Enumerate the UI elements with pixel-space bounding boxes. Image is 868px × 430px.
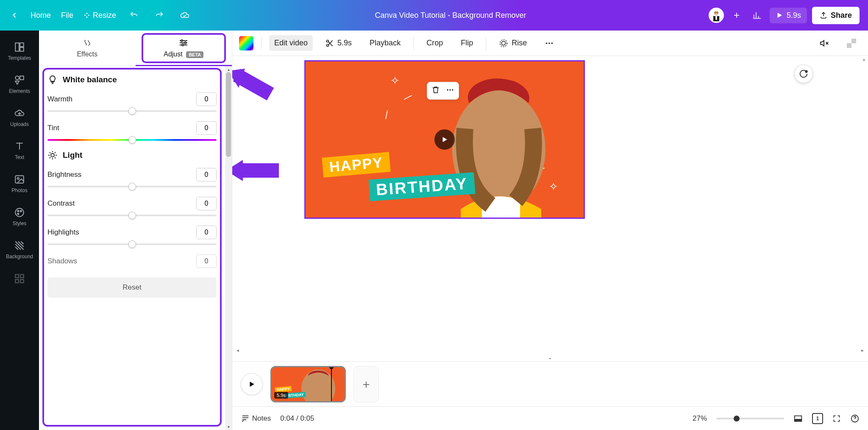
highlights-value[interactable]: 0: [196, 226, 217, 239]
light-header: Light: [47, 150, 217, 160]
effects-tab[interactable]: Effects: [39, 31, 136, 66]
svg-rect-19: [20, 279, 24, 283]
animation-button[interactable]: Rise: [494, 35, 532, 51]
canvas-toolbar: Edit video 5.9s Playback Crop Flip Rise: [232, 31, 868, 56]
share-button[interactable]: Share: [812, 7, 860, 24]
svg-point-36: [449, 89, 451, 90]
home-menu[interactable]: Home: [31, 11, 51, 20]
more-options-icon[interactable]: [540, 35, 559, 51]
tint-value[interactable]: 0: [196, 121, 217, 135]
shadows-slider[interactable]: Shadows 0: [47, 254, 217, 268]
flip-button[interactable]: Flip: [456, 35, 478, 51]
timeline-clip[interactable]: HAPPY BIRTHDAY 5.9s: [270, 366, 346, 402]
zoom-slider[interactable]: [716, 418, 784, 419]
playback-button[interactable]: Playback: [364, 35, 406, 51]
color-picker-button[interactable]: [239, 36, 253, 50]
svg-point-37: [452, 89, 453, 90]
svg-rect-7: [20, 47, 24, 51]
svg-rect-32: [847, 39, 851, 43]
svg-rect-9: [20, 76, 24, 80]
tint-slider[interactable]: Tint 0: [47, 121, 217, 141]
contrast-value[interactable]: 0: [196, 197, 217, 210]
svg-point-27: [500, 39, 507, 47]
svg-point-8: [15, 76, 19, 80]
collapse-timeline-icon[interactable]: ⌄: [232, 355, 868, 361]
adjust-tab[interactable]: Adjust BETA: [136, 31, 232, 66]
svg-rect-17: [20, 274, 24, 278]
mute-icon[interactable]: [815, 35, 834, 51]
svg-point-35: [447, 89, 448, 90]
svg-point-28: [546, 42, 548, 44]
beta-badge: BETA: [186, 51, 203, 58]
svg-point-12: [15, 208, 24, 217]
svg-point-22: [182, 44, 184, 46]
white-balance-header: White balance: [47, 75, 217, 85]
text-happy[interactable]: HAPPY: [322, 152, 391, 178]
add-collaborator-icon[interactable]: [729, 8, 744, 23]
element-context-bar: [427, 82, 459, 100]
top-menu-bar: Home File Resize Canva Video Tutorial - …: [0, 0, 868, 31]
add-page-button[interactable]: ＋: [353, 366, 379, 402]
timeline: HAPPY BIRTHDAY 5.9s ＋: [232, 361, 868, 406]
panel-scrollbar[interactable]: ▴ ▾: [225, 66, 232, 430]
svg-point-30: [551, 42, 553, 44]
nav-styles[interactable]: Styles: [0, 201, 39, 232]
nav-templates[interactable]: Templates: [0, 36, 39, 67]
delete-icon[interactable]: [431, 86, 440, 96]
shadows-value[interactable]: 0: [196, 254, 217, 268]
svg-point-24: [327, 40, 329, 42]
svg-point-25: [327, 44, 329, 46]
clip-duration-badge: 5.9s: [274, 392, 288, 399]
highlights-slider[interactable]: Highlights 0: [47, 226, 217, 245]
nav-uploads[interactable]: Uploads: [0, 102, 39, 133]
brightness-slider[interactable]: Brightness 0: [47, 168, 217, 187]
playhead[interactable]: [331, 367, 332, 401]
scissors-duration[interactable]: 5.9s: [320, 35, 357, 51]
zoom-percent[interactable]: 27%: [693, 414, 707, 423]
redo-icon[interactable]: [152, 8, 167, 23]
page-number-badge[interactable]: 1: [812, 413, 823, 424]
cloud-sync-icon[interactable]: [177, 8, 192, 23]
nav-text[interactable]: Text: [0, 135, 39, 166]
help-icon[interactable]: [850, 414, 860, 423]
file-menu[interactable]: File: [61, 11, 73, 20]
transparency-icon[interactable]: [842, 35, 861, 51]
warmth-value[interactable]: 0: [196, 92, 217, 106]
regenerate-icon[interactable]: +: [794, 64, 813, 83]
undo-icon[interactable]: [126, 8, 142, 23]
analytics-icon[interactable]: [749, 8, 765, 23]
grid-view-icon[interactable]: [793, 414, 803, 423]
nav-more[interactable]: [0, 267, 39, 290]
resize-menu[interactable]: Resize: [83, 11, 116, 20]
viewport-scrollbar[interactable]: ▴: [863, 57, 867, 61]
video-frame[interactable]: ✧ ⁄ ⁄ ✧ ⁄ HAPPY BIRTHDAY: [304, 60, 585, 219]
nav-photos[interactable]: Photos: [0, 168, 39, 199]
scroll-right-icon[interactable]: ▸: [861, 347, 864, 353]
fullscreen-icon[interactable]: [832, 414, 841, 423]
edit-video-button[interactable]: Edit video: [269, 35, 313, 51]
back-arrow-icon[interactable]: [8, 9, 20, 21]
timeline-play-button[interactable]: [241, 373, 263, 395]
adjust-panel-body: White balance Warmth 0 Tint 0: [39, 66, 225, 430]
scroll-left-icon[interactable]: ◂: [236, 347, 239, 353]
warmth-slider[interactable]: Warmth 0: [47, 92, 217, 112]
reset-button[interactable]: Reset: [47, 277, 217, 298]
crop-button[interactable]: Crop: [421, 35, 448, 51]
play-overlay-icon[interactable]: [434, 129, 455, 150]
brightness-value[interactable]: 0: [196, 168, 217, 181]
preview-play-button[interactable]: 5.9s: [770, 8, 807, 23]
contrast-slider[interactable]: Contrast 0: [47, 197, 217, 216]
document-title[interactable]: Canva Video Tutorial - Background Remove…: [192, 11, 709, 20]
canvas-viewport[interactable]: ✧ ⁄ ⁄ ✧ ⁄ HAPPY BIRTHDAY: [232, 56, 868, 346]
playback-time: 0:04 / 0:05: [280, 414, 314, 423]
user-avatar[interactable]: [709, 8, 724, 23]
notes-button[interactable]: Notes: [241, 414, 271, 423]
svg-rect-2: [715, 16, 717, 20]
svg-point-11: [17, 178, 19, 179]
svg-rect-33: [851, 43, 856, 48]
nav-background[interactable]: Background: [0, 234, 39, 265]
svg-point-13: [17, 210, 19, 212]
context-more-icon[interactable]: [446, 86, 454, 96]
nav-elements[interactable]: Elements: [0, 69, 39, 100]
svg-rect-10: [15, 176, 24, 183]
